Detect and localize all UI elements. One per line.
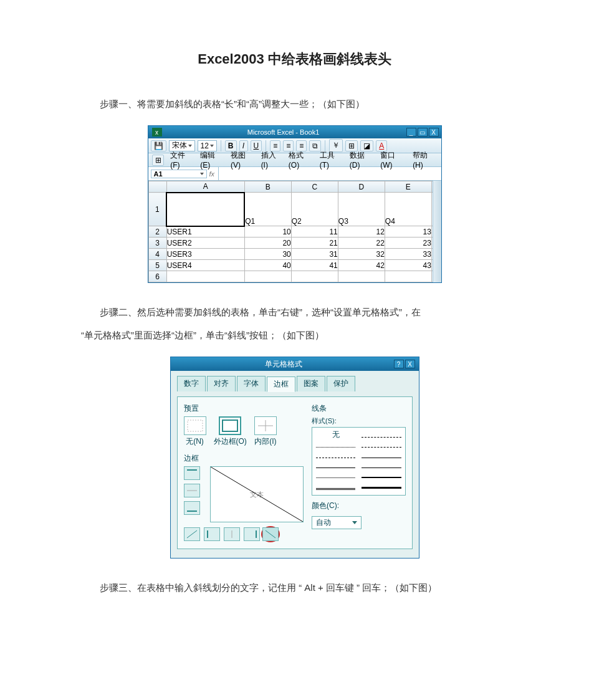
- cell-e2[interactable]: 13: [385, 226, 431, 237]
- row-header-3[interactable]: 3: [148, 237, 166, 249]
- select-all-corner[interactable]: [148, 181, 166, 193]
- style-none[interactable]: 无: [316, 431, 355, 438]
- menu-file[interactable]: 文件(F): [170, 150, 194, 170]
- row-header-2[interactable]: 2: [148, 226, 166, 237]
- row-header-6[interactable]: 6: [148, 271, 166, 282]
- style-dashdot2[interactable]: [362, 441, 401, 448]
- cell-c1[interactable]: Q2: [291, 193, 338, 226]
- tab-font[interactable]: 字体: [237, 376, 266, 391]
- col-header-c[interactable]: C: [291, 181, 338, 193]
- spreadsheet-grid[interactable]: A B C D E 1 Q1 Q2 Q3 Q4: [148, 181, 441, 282]
- cell-b3[interactable]: 20: [244, 237, 291, 249]
- style-double[interactable]: [316, 482, 355, 490]
- cell-c5[interactable]: 41: [291, 260, 338, 271]
- tab-border[interactable]: 边框: [267, 376, 295, 392]
- col-header-b[interactable]: B: [244, 181, 291, 193]
- tab-pattern[interactable]: 图案: [297, 376, 325, 391]
- border-diag-down-button[interactable]: [262, 527, 279, 541]
- workbook-icon[interactable]: ⊞: [152, 155, 165, 166]
- preset-inside-button[interactable]: [254, 416, 277, 435]
- cell-c2[interactable]: 11: [291, 226, 338, 237]
- excel-titlebar[interactable]: x Microsoft Excel - Book1 _ ▭ X: [148, 126, 441, 138]
- italic-button[interactable]: I: [239, 140, 248, 151]
- dialog-help-button[interactable]: ?: [394, 360, 404, 368]
- color-select[interactable]: 自动: [312, 516, 362, 529]
- cell-a6[interactable]: [166, 271, 244, 282]
- style-medium[interactable]: [362, 462, 401, 468]
- cell-d2[interactable]: 12: [338, 226, 385, 237]
- cell-b6[interactable]: [244, 271, 291, 282]
- cell-b4[interactable]: 30: [244, 249, 291, 260]
- cell-b5[interactable]: 40: [244, 260, 291, 271]
- dialog-titlebar[interactable]: 单元格格式 ? X: [171, 357, 419, 371]
- cell-d3[interactable]: 22: [338, 237, 385, 249]
- tab-number[interactable]: 数字: [177, 376, 206, 391]
- align-left-button[interactable]: ≡: [270, 140, 280, 151]
- save-icon[interactable]: 💾: [151, 140, 166, 151]
- merge-button[interactable]: ⧉: [309, 140, 321, 151]
- cell-d6[interactable]: [338, 271, 385, 282]
- bold-button[interactable]: B: [225, 140, 237, 151]
- dialog-close-button[interactable]: X: [405, 360, 415, 368]
- cell-a3[interactable]: USER2: [166, 237, 244, 249]
- align-right-button[interactable]: ≡: [296, 140, 307, 151]
- preset-outline-button[interactable]: [219, 416, 241, 435]
- border-middle-button[interactable]: [184, 484, 200, 497]
- style-dash[interactable]: [316, 452, 355, 458]
- cell-e6[interactable]: [385, 271, 431, 282]
- preset-none-button[interactable]: [184, 416, 206, 435]
- col-header-e[interactable]: E: [385, 181, 431, 193]
- tab-alignment[interactable]: 对齐: [207, 376, 236, 391]
- fx-label[interactable]: fx: [209, 170, 215, 178]
- underline-button[interactable]: U: [251, 140, 262, 151]
- border-button[interactable]: ⊞: [345, 140, 358, 151]
- border-right-button[interactable]: [244, 527, 260, 541]
- cell-b2[interactable]: 10: [244, 226, 291, 237]
- border-diag-up-button[interactable]: [184, 527, 200, 541]
- font-size-select[interactable]: 12: [198, 140, 217, 151]
- style-med-dash[interactable]: [362, 452, 401, 458]
- font-name-select[interactable]: 宋体: [169, 140, 195, 151]
- cell-e3[interactable]: 23: [385, 237, 431, 249]
- cell-e1[interactable]: Q4: [385, 193, 431, 226]
- style-thin[interactable]: [316, 462, 355, 468]
- cell-e4[interactable]: 33: [385, 249, 431, 260]
- col-header-a[interactable]: A: [166, 181, 244, 193]
- maximize-button[interactable]: ▭: [418, 128, 428, 137]
- close-button[interactable]: X: [429, 128, 439, 137]
- cell-d1[interactable]: Q3: [338, 193, 385, 226]
- style-extra-thick[interactable]: [362, 482, 401, 489]
- name-box[interactable]: A1: [151, 170, 207, 178]
- cell-d4[interactable]: 32: [338, 249, 385, 260]
- cell-c4[interactable]: 31: [291, 249, 338, 260]
- font-color-button[interactable]: A: [376, 140, 387, 151]
- cell-c3[interactable]: 21: [291, 237, 338, 249]
- cell-c6[interactable]: [291, 271, 338, 282]
- style-dashdot[interactable]: [362, 431, 401, 438]
- row-header-1[interactable]: 1: [148, 193, 166, 226]
- col-header-d[interactable]: D: [338, 181, 385, 193]
- border-bottom-button[interactable]: [184, 501, 200, 515]
- cell-e5[interactable]: 43: [385, 260, 431, 271]
- cell-a4[interactable]: USER3: [166, 249, 244, 260]
- formula-input[interactable]: [218, 167, 441, 180]
- tab-protect[interactable]: 保护: [327, 376, 355, 391]
- minimize-button[interactable]: _: [406, 128, 416, 137]
- border-left-button[interactable]: [204, 527, 220, 541]
- vertical-scrollbar[interactable]: [433, 181, 441, 282]
- cell-a5[interactable]: USER4: [166, 260, 244, 271]
- style-hair[interactable]: [316, 472, 355, 478]
- row-header-4[interactable]: 4: [148, 249, 166, 260]
- style-thick[interactable]: [362, 472, 401, 478]
- style-dot[interactable]: [316, 441, 355, 448]
- fill-color-button[interactable]: ◪: [360, 140, 373, 151]
- align-center-button[interactable]: ≡: [283, 140, 294, 151]
- border-top-button[interactable]: [184, 466, 200, 480]
- row-header-5[interactable]: 5: [148, 260, 166, 271]
- cell-a1[interactable]: [166, 193, 244, 226]
- line-style-list[interactable]: 无: [312, 427, 405, 496]
- cell-a2[interactable]: USER1: [166, 226, 244, 237]
- cell-b1[interactable]: Q1: [244, 193, 291, 226]
- cell-d5[interactable]: 42: [338, 260, 385, 271]
- border-vertical-button[interactable]: [224, 527, 240, 541]
